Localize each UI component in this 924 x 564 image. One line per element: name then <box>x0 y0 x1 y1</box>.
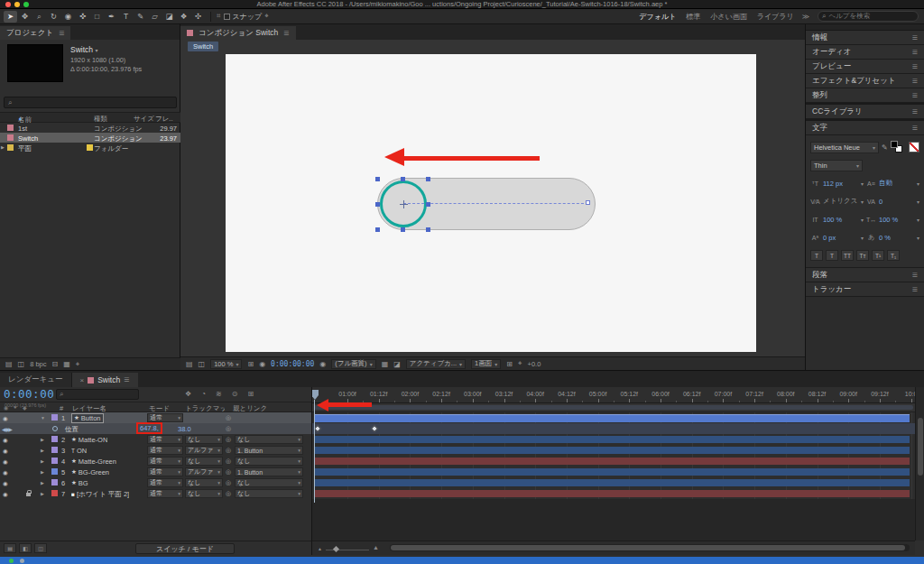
blend-mode-dropdown[interactable]: 通常▾ <box>147 457 183 466</box>
leading-value[interactable]: 自動▾ <box>879 179 919 188</box>
eraser-tool-icon[interactable]: ◪ <box>162 11 176 23</box>
selection-handle[interactable] <box>401 177 405 181</box>
layer-duration-bar[interactable] <box>314 468 910 476</box>
tab-project[interactable]: プロジェクト ☰ <box>0 26 70 40</box>
column-parent-link[interactable]: 親とリンク <box>233 404 267 413</box>
blend-mode-dropdown[interactable]: 通常▾ <box>147 478 183 487</box>
superscript-button[interactable]: T¹ <box>872 250 884 261</box>
time-ruler[interactable]: 01:00f01:12f02:00f02:12f03:00f03:12f04:0… <box>312 387 915 403</box>
visibility-eye-icon[interactable]: ◉ <box>3 469 8 476</box>
panel-menu-icon[interactable]: ☰ <box>912 92 918 99</box>
panel-menu-icon[interactable]: ☰ <box>912 34 918 42</box>
zoom-in-icon[interactable]: ▲ <box>373 544 379 550</box>
expand-chevron-icon[interactable]: ▶ <box>41 437 44 442</box>
horizontal-scrollbar[interactable] <box>390 544 910 551</box>
pen-tool-icon[interactable]: ✒ <box>105 11 118 23</box>
selection-tool-icon[interactable]: ➤ <box>4 11 17 23</box>
panel-menu-icon[interactable]: ☰ <box>912 125 918 132</box>
pickwhip-icon[interactable]: ◎ <box>226 458 231 465</box>
draft-3d-icon[interactable]: ◔ <box>201 390 206 398</box>
vertical-scale-value[interactable]: 100 %▾ <box>823 216 864 224</box>
always-preview-icon[interactable]: ▤ <box>186 360 193 368</box>
layer-columns-header[interactable]: ◉ ● ◆ # レイヤー名 モード トラックマット 親とリンク <box>0 402 311 412</box>
tracking-value[interactable]: 0▾ <box>879 198 919 206</box>
stopwatch-icon[interactable] <box>52 426 58 431</box>
exposure-value[interactable]: +0.0 <box>528 360 541 368</box>
hand-tool-icon[interactable]: ✥ <box>18 11 32 23</box>
panel-menu-icon[interactable]: ☰ <box>912 272 918 279</box>
pickwhip-icon[interactable]: ◎ <box>226 414 231 421</box>
selection-handle[interactable] <box>401 227 405 232</box>
visibility-eye-icon[interactable]: ◉ <box>3 491 8 498</box>
pan-behind-tool-icon[interactable]: ✜ <box>76 11 89 23</box>
eyedropper-icon[interactable]: ✎ <box>882 143 888 152</box>
layer-duration-bar[interactable] <box>314 436 910 443</box>
zoom-tool-icon[interactable]: ⌕ <box>32 11 46 23</box>
workspace-tab[interactable]: 標準 <box>686 12 700 22</box>
visibility-eye-icon[interactable]: ◉ <box>3 458 8 466</box>
keyframe-navigator[interactable]: ◀◆▶ <box>2 426 12 432</box>
column-trkmat[interactable]: トラックマット <box>185 404 225 413</box>
layer-duration-bar[interactable] <box>314 458 910 465</box>
selection-handle[interactable] <box>375 202 380 207</box>
scrollbar-thumb[interactable] <box>391 545 905 550</box>
layer-duration-bar[interactable] <box>314 479 910 486</box>
motion-blur-icon[interactable]: ⊙ <box>232 390 238 398</box>
panel-header-effects-presets[interactable]: エフェクト&プリセット☰ <box>806 74 924 88</box>
visibility-eye-icon[interactable]: ◉ <box>3 437 8 444</box>
rotation-tool-icon[interactable]: ↻ <box>47 11 60 23</box>
position-x-value[interactable]: 647.8, <box>140 424 159 432</box>
panel-header-character[interactable]: 文字☰ <box>806 121 924 135</box>
visibility-eye-icon[interactable]: ◉ <box>3 480 8 487</box>
track-matte-dropdown[interactable]: なし▾ <box>185 457 223 466</box>
item-name[interactable]: 平面 <box>18 144 32 153</box>
fast-previews-icon[interactable]: ⌖ <box>518 359 522 368</box>
column-size[interactable]: サイズ <box>134 115 154 124</box>
faux-bold-button[interactable]: T <box>810 250 823 261</box>
panel-menu-icon[interactable]: ☰ <box>59 30 64 37</box>
blend-mode-dropdown[interactable]: 通常▾ <box>147 467 183 476</box>
layer-name[interactable]: ■[ホワイト 平面 2] <box>71 490 129 499</box>
layer-row[interactable]: ◉▶5★BG-Green通常▾アルファ▾◎1. Button▾ <box>0 467 311 477</box>
expand-chevron-icon[interactable]: ▶ <box>41 480 44 485</box>
selection-handle[interactable] <box>426 177 430 181</box>
zoom-window-button[interactable] <box>23 2 29 7</box>
project-search-input[interactable]: ⌕ <box>4 97 177 108</box>
layer-name[interactable]: ★Button <box>71 413 104 423</box>
layer-duration-bar[interactable] <box>314 447 910 454</box>
snapshot-icon[interactable]: ◫ <box>199 360 206 368</box>
blend-mode-dropdown[interactable]: 通常▾ <box>147 446 183 455</box>
parent-link-dropdown[interactable]: なし▾ <box>235 489 303 498</box>
snap-checkbox[interactable] <box>224 14 230 20</box>
chevron-down-icon[interactable]: ▾ <box>95 48 97 53</box>
all-caps-button[interactable]: TT <box>841 250 854 261</box>
new-folder-icon[interactable]: ⊟ <box>51 360 58 368</box>
work-area-bar[interactable] <box>314 405 913 410</box>
property-row[interactable]: ◀◆▶位置647.8,38.0◎ <box>0 423 311 434</box>
panel-menu-icon[interactable]: ☰ <box>912 49 918 56</box>
resolution-dropdown[interactable]: (フル画質)▾ <box>331 359 375 369</box>
expand-layer-switches-icon[interactable]: ▤ <box>4 543 16 553</box>
selection-handle[interactable] <box>375 177 380 181</box>
region-of-interest-icon[interactable]: ▦ <box>382 360 389 368</box>
expand-chevron-icon[interactable]: ▶ <box>1 144 5 150</box>
layer-name[interactable]: TON <box>71 447 87 455</box>
expand-in-out-icon[interactable]: ◫ <box>34 543 47 553</box>
no-stroke-swatch[interactable] <box>909 142 919 153</box>
proxy-icon[interactable]: ◫ <box>18 360 25 368</box>
layer-name[interactable]: ★BG-Green <box>71 468 109 476</box>
vertical-scrollbar[interactable] <box>915 387 924 541</box>
track-matte-dropdown[interactable]: なし▾ <box>185 478 223 487</box>
view-dropdown[interactable]: アクティブカ...▾ <box>406 359 466 369</box>
label-color-chip[interactable] <box>87 144 93 151</box>
pixel-aspect-icon[interactable]: ⊞ <box>506 360 513 368</box>
layer-row[interactable]: ◉▶6★BG通常▾なし▾◎なし▾ <box>0 477 311 488</box>
tsume-value[interactable]: 0 %▾ <box>879 234 919 242</box>
timeline-track-area[interactable]: 01:00f01:12f02:00f02:12f03:00f03:12f04:0… <box>312 387 915 541</box>
track-matte-dropdown[interactable]: なし▾ <box>185 435 223 444</box>
expand-transfer-controls-icon[interactable]: ◧ <box>19 543 32 553</box>
layer-color-chip[interactable] <box>51 447 58 453</box>
camera-tool-icon[interactable]: ◉ <box>61 11 75 23</box>
track-matte-dropdown[interactable]: アルファ▾ <box>185 467 223 476</box>
fill-stroke-swatches[interactable] <box>891 141 904 153</box>
